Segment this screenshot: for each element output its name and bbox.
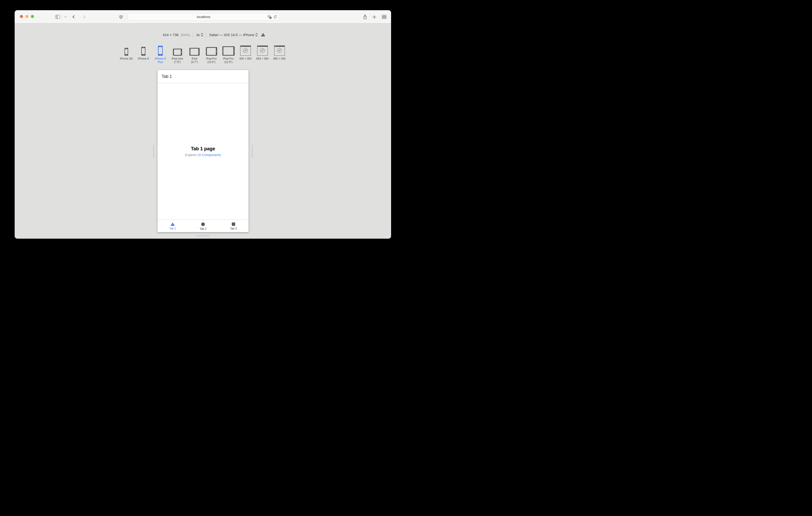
back-icon — [72, 15, 76, 19]
zoom-percentage: (84%) — [180, 33, 190, 37]
device-iphone-se[interactable]: iPhone SE — [118, 44, 135, 63]
page-title: Tab 1 page — [191, 146, 215, 152]
circle-icon — [201, 222, 205, 226]
sidebar-icon — [55, 15, 60, 19]
share-button[interactable] — [360, 10, 369, 24]
share-icon — [363, 14, 367, 19]
minimize-button[interactable] — [25, 15, 29, 18]
square-icon — [232, 222, 235, 226]
iphone-icon — [158, 46, 163, 56]
stepper-icon — [201, 33, 203, 37]
responsive-mode-toolbar: 414 × 736(84%) 3x Safari — iOS 14.0 — iP… — [163, 31, 265, 38]
device-iphone-8[interactable]: iPhone 8 — [135, 44, 152, 63]
tab-overview-icon — [382, 15, 386, 19]
safari-window-icon — [240, 45, 251, 56]
explore-text: Explore — [185, 153, 197, 157]
ipad-icon — [173, 49, 182, 56]
stepper-icon — [255, 33, 258, 37]
viewport-dimensions: 414 × 736(84%) — [163, 33, 190, 37]
sidebar-menu-button[interactable] — [62, 10, 68, 24]
device-custom-400x300[interactable]: 400 × 300 — [237, 44, 254, 63]
device-ipad-mini[interactable]: iPad mini(7.9") — [169, 44, 186, 63]
iphone-icon — [124, 48, 128, 56]
device-ipad-pro-129[interactable]: iPad Pro(12.9") — [220, 44, 237, 63]
page-subtitle: Explore UI Components — [185, 153, 221, 157]
reload-button[interactable] — [273, 15, 277, 19]
user-agent-select[interactable]: Safari — iOS 14.0 — iPhone — [209, 33, 258, 37]
app-tabbar: Tab 1 Tab 2 Tab 3 — [157, 219, 249, 232]
iphone-icon — [141, 47, 145, 56]
translate-icon[interactable]: A x — [268, 15, 271, 19]
address-bar[interactable]: localhost A x — [128, 13, 280, 21]
toolbar-separator — [206, 32, 206, 37]
safari-window: localhost A x — [14, 10, 391, 239]
device-ipad-pro-105[interactable]: iPad Pro(10.5") — [203, 44, 220, 63]
device-custom-683x384[interactable]: 683 × 384 — [254, 44, 271, 63]
chevron-down-icon — [64, 15, 66, 17]
viewport-preview: Tab 1 Tab 1 page Explore UI Components T… — [157, 70, 249, 232]
toolbar-separator — [193, 32, 193, 37]
forward-icon — [82, 15, 85, 19]
warning-icon[interactable] — [261, 33, 265, 37]
scale-select[interactable]: 3x — [196, 33, 203, 37]
privacy-report-button[interactable] — [117, 10, 125, 24]
close-button[interactable] — [20, 15, 23, 18]
device-iphone-8-plus[interactable]: iPhone 8Plus — [152, 44, 169, 63]
new-tab-button[interactable] — [370, 10, 379, 24]
resize-handle-bottom[interactable] — [197, 235, 209, 237]
resize-handle-right[interactable] — [252, 145, 253, 158]
tab-2[interactable]: Tab 2 — [188, 220, 218, 232]
tab-3[interactable]: Tab 3 — [218, 220, 249, 232]
tab-overview-button[interactable] — [379, 10, 389, 24]
ipad-icon — [222, 46, 235, 56]
device-strip: iPhone SE iPhone 8 iPhone 8Plus iPad min… — [118, 44, 288, 63]
app-page-content: Tab 1 page Explore UI Components — [157, 83, 249, 219]
safari-window-icon — [257, 45, 268, 56]
browser-titlebar: localhost A x — [14, 10, 391, 24]
device-ipad-97[interactable]: iPad(9.7") — [186, 44, 203, 63]
tab-1[interactable]: Tab 1 — [157, 220, 188, 232]
safari-window-icon — [274, 45, 285, 56]
traffic-lights — [20, 15, 34, 18]
zoom-button[interactable] — [31, 15, 34, 18]
sidebar-toggle-button[interactable] — [53, 10, 62, 24]
privacy-shield-icon — [119, 14, 123, 19]
resize-handle-left[interactable] — [153, 145, 154, 158]
device-custom-960x540[interactable]: 960 × 540 — [271, 44, 288, 63]
back-button[interactable] — [69, 10, 79, 24]
ipad-icon — [206, 47, 217, 56]
new-tab-icon — [372, 15, 376, 19]
ui-components-link[interactable]: UI Components — [198, 153, 221, 157]
app-toolbar: Tab 1 — [157, 70, 249, 83]
screenshot-canvas: localhost A x — [0, 0, 406, 258]
ipad-icon — [190, 48, 200, 56]
triangle-icon — [171, 222, 175, 226]
address-text: localhost — [197, 15, 210, 19]
app-toolbar-title: Tab 1 — [162, 74, 172, 79]
forward-button[interactable] — [79, 10, 88, 24]
